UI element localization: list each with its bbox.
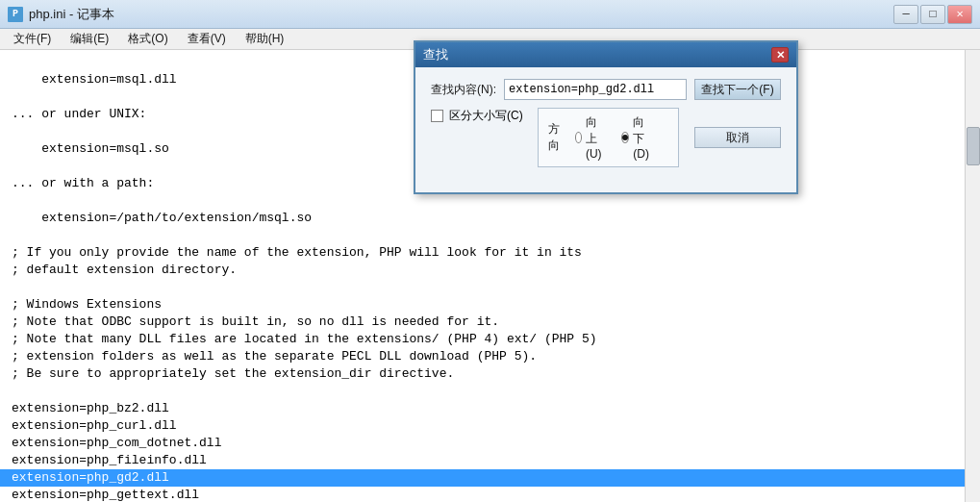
direction-down-radio[interactable] <box>621 132 629 143</box>
menu-file[interactable]: 文件(F) <box>4 29 61 49</box>
editor-line <box>0 279 965 296</box>
editor-line: extension=php_curl.dll <box>0 417 965 435</box>
title-bar-left: P php.ini - 记事本 <box>8 6 114 23</box>
menu-edit[interactable]: 编辑(E) <box>61 29 118 49</box>
case-sensitive-label: 区分大小写(C) <box>449 108 523 124</box>
editor-line: ; extension folders as well as the separ… <box>0 348 965 365</box>
editor-line <box>0 383 965 400</box>
editor-line: ; default extension directory. <box>0 262 965 279</box>
editor-line: ; Windows Extensions <box>0 296 965 314</box>
editor-line: ; Be sure to appropriately set the exten… <box>0 365 965 383</box>
find-search-row: 查找内容(N): 查找下一个(F) <box>431 79 781 100</box>
direction-up-option[interactable]: 向上(U) <box>575 114 607 161</box>
editor-line: extension=/path/to/extension/msql.so <box>0 210 965 227</box>
app-icon: P <box>8 7 23 22</box>
direction-group: 方向 向上(U) 向下(D) <box>538 108 679 167</box>
case-sensitive-checkbox[interactable] <box>431 110 443 122</box>
find-dialog-body: 查找内容(N): 查找下一个(F) 区分大小写(C) 方向 <box>415 67 796 192</box>
scrollbar-thumb[interactable] <box>967 127 980 165</box>
editor-line: extension=php_com_dotnet.dll <box>0 435 965 452</box>
find-dialog-close-button[interactable]: ✕ <box>771 47 789 63</box>
maximize-button[interactable]: □ <box>920 5 945 24</box>
direction-down-label: 向下(D) <box>633 114 653 161</box>
editor-line <box>0 227 965 244</box>
direction-down-option[interactable]: 向下(D) <box>621 114 653 161</box>
menu-view[interactable]: 查看(V) <box>178 29 236 49</box>
editor-line: extension=php_gd2.dll <box>0 469 965 487</box>
window-title: php.ini - 记事本 <box>29 6 114 23</box>
direction-up-label: 向上(U) <box>586 114 606 161</box>
menu-help[interactable]: 帮助(H) <box>236 29 294 49</box>
editor-line: ; Note that ODBC support is built in, so… <box>0 314 965 331</box>
menu-format[interactable]: 格式(O) <box>118 29 177 49</box>
minimize-button[interactable]: ─ <box>893 5 918 24</box>
editor-line: extension=php_gettext.dll <box>0 487 965 502</box>
case-sensitive-row: 区分大小写(C) <box>431 108 538 124</box>
editor-line: ; If you only provide the name of the ex… <box>0 244 965 262</box>
find-dialog-title: 查找 <box>423 46 448 63</box>
editor-line: extension=php_fileinfo.dll <box>0 452 965 469</box>
find-dialog: 查找 ✕ 查找内容(N): 查找下一个(F) 区分大小写(C) <box>414 40 798 194</box>
editor-line: ; Note that many DLL files are located i… <box>0 331 965 348</box>
direction-up-radio[interactable] <box>575 132 582 143</box>
cancel-button[interactable]: 取消 <box>694 127 781 148</box>
editor-line: extension=php_bz2.dll <box>0 400 965 417</box>
direction-label: 方向 <box>548 121 560 154</box>
find-dialog-title-bar: 查找 ✕ <box>415 42 796 67</box>
scrollbar[interactable] <box>965 50 980 502</box>
find-search-input[interactable] <box>504 79 687 100</box>
window-controls: ─ □ ✕ <box>893 5 972 24</box>
editor-line <box>0 192 965 210</box>
find-search-label: 查找内容(N): <box>431 82 496 98</box>
find-next-button[interactable]: 查找下一个(F) <box>694 79 781 100</box>
title-bar: P php.ini - 记事本 ─ □ ✕ <box>0 0 980 29</box>
close-button[interactable]: ✕ <box>947 5 972 24</box>
